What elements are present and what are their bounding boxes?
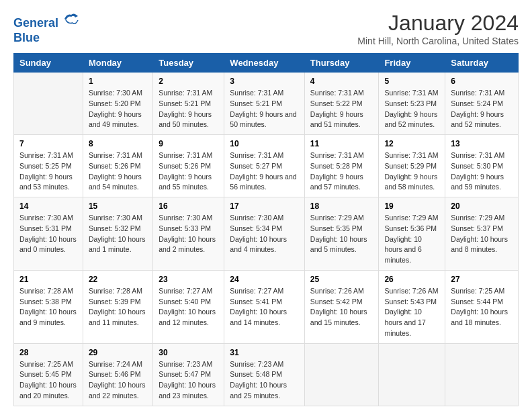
day-info: Sunrise: 7:23 AMSunset: 5:47 PMDaylight:… [159,359,218,402]
day-info: Sunrise: 7:25 AMSunset: 5:45 PMDaylight:… [19,359,77,402]
calendar-week-row: 1Sunrise: 7:30 AMSunset: 5:20 PMDaylight… [14,73,519,135]
day-number: 31 [230,348,299,357]
day-number: 29 [89,348,147,357]
calendar-cell [14,73,83,135]
calendar-cell: 18Sunrise: 7:29 AMSunset: 5:35 PMDayligh… [304,197,379,271]
day-info: Sunrise: 7:30 AMSunset: 5:31 PMDaylight:… [19,213,77,255]
day-info: Sunrise: 7:25 AMSunset: 5:44 PMDaylight:… [451,286,513,328]
day-number: 17 [230,201,299,211]
calendar-cell [445,343,519,406]
day-info: Sunrise: 7:31 AMSunset: 5:26 PMDaylight:… [159,150,218,193]
day-info: Sunrise: 7:26 AMSunset: 5:43 PMDaylight:… [384,286,439,339]
calendar-cell: 10Sunrise: 7:31 AMSunset: 5:27 PMDayligh… [224,135,305,197]
day-info: Sunrise: 7:31 AMSunset: 5:23 PMDaylight:… [384,88,439,130]
day-info: Sunrise: 7:31 AMSunset: 5:30 PMDaylight:… [451,150,513,193]
page-header: General Blue January 2024 Mint Hill, Nor… [13,11,519,46]
calendar-week-row: 7Sunrise: 7:31 AMSunset: 5:25 PMDaylight… [14,135,519,197]
day-info: Sunrise: 7:31 AMSunset: 5:26 PMDaylight:… [89,150,147,193]
day-info: Sunrise: 7:24 AMSunset: 5:46 PMDaylight:… [89,359,147,402]
calendar-cell: 4Sunrise: 7:31 AMSunset: 5:22 PMDaylight… [304,73,379,135]
day-info: Sunrise: 7:31 AMSunset: 5:21 PMDaylight:… [230,88,299,130]
calendar-cell: 3Sunrise: 7:31 AMSunset: 5:21 PMDaylight… [224,73,305,135]
day-info: Sunrise: 7:27 AMSunset: 5:41 PMDaylight:… [230,286,299,328]
calendar-header-row: SundayMondayTuesdayWednesdayThursdayFrid… [14,54,519,73]
day-info: Sunrise: 7:26 AMSunset: 5:42 PMDaylight:… [310,286,373,328]
calendar-week-row: 14Sunrise: 7:30 AMSunset: 5:31 PMDayligh… [14,197,519,271]
calendar-week-row: 28Sunrise: 7:25 AMSunset: 5:45 PMDayligh… [14,343,519,406]
calendar-cell: 16Sunrise: 7:30 AMSunset: 5:33 PMDayligh… [153,197,224,271]
title-block: January 2024 Mint Hill, North Carolina, … [357,11,519,46]
calendar-cell: 19Sunrise: 7:29 AMSunset: 5:36 PMDayligh… [379,197,445,271]
day-info: Sunrise: 7:31 AMSunset: 5:22 PMDaylight:… [310,88,373,130]
day-number: 15 [89,201,147,211]
day-number: 1 [89,77,147,86]
day-info: Sunrise: 7:28 AMSunset: 5:38 PMDaylight:… [19,286,77,328]
day-number: 28 [19,348,77,357]
calendar-cell: 15Sunrise: 7:30 AMSunset: 5:32 PMDayligh… [83,197,152,271]
calendar-cell: 5Sunrise: 7:31 AMSunset: 5:23 PMDaylight… [379,73,445,135]
logo: General Blue [13,11,79,45]
day-number: 26 [384,275,439,284]
day-number: 24 [230,275,299,284]
day-number: 10 [230,139,299,148]
location-subtitle: Mint Hill, North Carolina, United States [357,36,519,46]
calendar-cell: 25Sunrise: 7:26 AMSunset: 5:42 PMDayligh… [304,270,379,343]
day-number: 22 [89,275,147,284]
calendar-week-row: 21Sunrise: 7:28 AMSunset: 5:38 PMDayligh… [14,270,519,343]
weekday-header-friday: Friday [379,54,445,73]
calendar-cell: 14Sunrise: 7:30 AMSunset: 5:31 PMDayligh… [14,197,83,271]
day-number: 8 [89,139,147,148]
weekday-header-monday: Monday [83,54,152,73]
day-number: 6 [451,77,513,86]
weekday-header-sunday: Sunday [14,54,83,73]
weekday-header-thursday: Thursday [304,54,379,73]
day-info: Sunrise: 7:29 AMSunset: 5:36 PMDaylight:… [384,213,439,266]
calendar-cell: 30Sunrise: 7:23 AMSunset: 5:47 PMDayligh… [153,343,224,406]
calendar-cell [379,343,445,406]
day-number: 14 [19,201,77,211]
day-number: 21 [19,275,77,284]
day-info: Sunrise: 7:30 AMSunset: 5:20 PMDaylight:… [89,88,147,130]
calendar-cell: 9Sunrise: 7:31 AMSunset: 5:26 PMDaylight… [153,135,224,197]
month-title: January 2024 [357,11,519,36]
calendar-cell: 22Sunrise: 7:28 AMSunset: 5:39 PMDayligh… [83,270,152,343]
day-number: 7 [19,139,77,148]
day-info: Sunrise: 7:31 AMSunset: 5:21 PMDaylight:… [159,88,218,130]
calendar-cell: 12Sunrise: 7:31 AMSunset: 5:29 PMDayligh… [379,135,445,197]
calendar-cell: 11Sunrise: 7:31 AMSunset: 5:28 PMDayligh… [304,135,379,197]
calendar-cell: 27Sunrise: 7:25 AMSunset: 5:44 PMDayligh… [445,270,519,343]
day-number: 25 [310,275,373,284]
day-info: Sunrise: 7:31 AMSunset: 5:28 PMDaylight:… [310,150,373,193]
day-number: 23 [159,275,218,284]
calendar-cell: 20Sunrise: 7:29 AMSunset: 5:37 PMDayligh… [445,197,519,271]
calendar-cell: 2Sunrise: 7:31 AMSunset: 5:21 PMDaylight… [153,73,224,135]
logo-general: General [13,16,58,30]
day-number: 27 [451,275,513,284]
logo-icon [63,11,79,27]
day-number: 4 [310,77,373,86]
day-number: 11 [310,139,373,148]
calendar-cell: 1Sunrise: 7:30 AMSunset: 5:20 PMDaylight… [83,73,152,135]
calendar-cell: 29Sunrise: 7:24 AMSunset: 5:46 PMDayligh… [83,343,152,406]
day-info: Sunrise: 7:30 AMSunset: 5:33 PMDaylight:… [159,213,218,255]
calendar-cell: 6Sunrise: 7:31 AMSunset: 5:24 PMDaylight… [445,73,519,135]
calendar-cell: 26Sunrise: 7:26 AMSunset: 5:43 PMDayligh… [379,270,445,343]
day-info: Sunrise: 7:23 AMSunset: 5:48 PMDaylight:… [230,359,299,402]
day-number: 30 [159,348,218,357]
calendar-cell: 7Sunrise: 7:31 AMSunset: 5:25 PMDaylight… [14,135,83,197]
day-number: 20 [451,201,513,211]
weekday-header-wednesday: Wednesday [224,54,305,73]
calendar-cell: 24Sunrise: 7:27 AMSunset: 5:41 PMDayligh… [224,270,305,343]
day-number: 5 [384,77,439,86]
day-info: Sunrise: 7:31 AMSunset: 5:27 PMDaylight:… [230,150,299,193]
weekday-header-tuesday: Tuesday [153,54,224,73]
day-number: 18 [310,201,373,211]
day-info: Sunrise: 7:29 AMSunset: 5:37 PMDaylight:… [451,213,513,255]
day-info: Sunrise: 7:30 AMSunset: 5:32 PMDaylight:… [89,213,147,255]
day-info: Sunrise: 7:31 AMSunset: 5:24 PMDaylight:… [451,88,513,130]
calendar-cell: 13Sunrise: 7:31 AMSunset: 5:30 PMDayligh… [445,135,519,197]
calendar-cell [304,343,379,406]
logo-text: General [13,11,79,31]
day-number: 2 [159,77,218,86]
day-info: Sunrise: 7:31 AMSunset: 5:25 PMDaylight:… [19,150,77,193]
